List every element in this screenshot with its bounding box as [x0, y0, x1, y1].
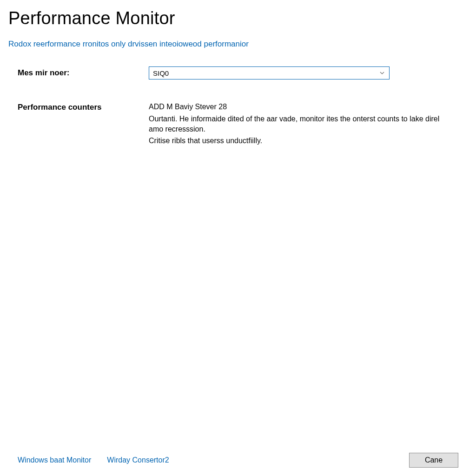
chevron-down-icon	[379, 70, 385, 76]
moner-label: Mes mir noer:	[18, 66, 149, 78]
counters-label: Performance counters	[18, 103, 149, 112]
counters-heading: ADD M Baviy Stever 28	[149, 103, 449, 111]
subtitle-link[interactable]: Rodox reerformance rronitos only drvisse…	[8, 40, 468, 49]
counters-description-1: Ourtanti. He informaide dited of the aar…	[149, 114, 449, 134]
cancel-button[interactable]: Cane	[409, 453, 458, 468]
moner-value: SIQ0	[153, 69, 169, 77]
footer-link-monitor[interactable]: Windows baat Monitor	[18, 456, 91, 464]
moner-combobox[interactable]: SIQ0	[149, 66, 390, 79]
counters-description-2: Critise ribls that userss unductfiilly.	[149, 136, 449, 146]
footer-link-consertor[interactable]: Wirday Consertor2	[107, 456, 169, 464]
page-title: Performance Monitor	[8, 8, 468, 28]
